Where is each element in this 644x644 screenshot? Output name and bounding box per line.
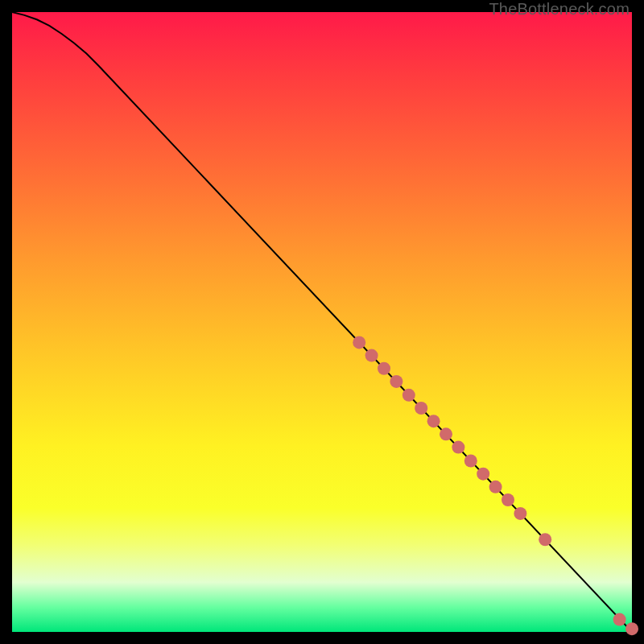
data-point [514,507,526,520]
data-point [427,415,440,427]
data-point [625,622,638,635]
chart-svg [12,12,632,632]
data-point [440,427,452,440]
data-point [402,389,415,402]
chart-stage: TheBottleneck.com [0,0,644,644]
data-point [415,402,427,415]
data-point [489,481,502,493]
data-point [502,493,514,506]
data-point [613,613,626,626]
data-point [464,454,477,467]
data-point [353,336,365,349]
scatter-points [353,336,638,635]
data-point [378,362,390,375]
data-point [477,468,489,481]
data-point [365,349,378,362]
attribution-label: TheBottleneck.com [489,0,630,19]
data-point [452,441,464,454]
plot-area [12,12,632,632]
data-point [539,533,551,546]
data-point [390,375,402,388]
